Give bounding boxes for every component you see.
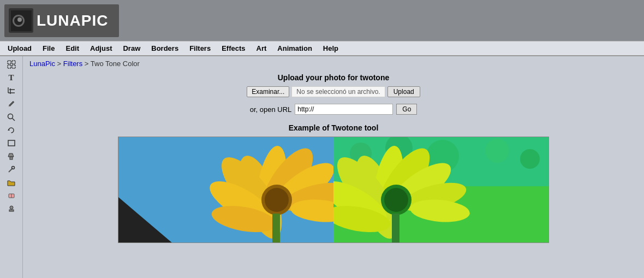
- eraser-tool[interactable]: [4, 190, 19, 202]
- stamp-tool[interactable]: [4, 203, 19, 215]
- selection-tool[interactable]: [4, 58, 19, 70]
- nav-art[interactable]: Art: [251, 42, 272, 55]
- nav-file[interactable]: File: [37, 42, 60, 55]
- svg-point-3: [17, 17, 22, 22]
- breadcrumb-sep2: >: [82, 60, 91, 68]
- svg-rect-6: [8, 65, 11, 68]
- svg-point-37: [265, 188, 289, 212]
- upload-title: Upload your photo for twotone: [29, 73, 637, 82]
- main-content: LunaPic > Filters > Two Tone Color Uploa…: [23, 56, 644, 278]
- pencil-tool[interactable]: [4, 98, 19, 110]
- svg-point-45: [520, 149, 540, 169]
- example-image-right: [333, 137, 548, 243]
- eyedropper-tool[interactable]: [4, 163, 19, 175]
- main-container: T: [0, 56, 644, 278]
- svg-rect-5: [12, 61, 15, 64]
- svg-marker-16: [8, 153, 14, 157]
- nav-adjust[interactable]: Adjust: [85, 42, 117, 55]
- svg-rect-15: [8, 140, 15, 146]
- svg-rect-7: [12, 65, 15, 68]
- svg-rect-38: [272, 214, 280, 243]
- svg-point-12: [8, 114, 13, 119]
- svg-point-56: [384, 188, 408, 212]
- nav-effects[interactable]: Effects: [216, 42, 251, 55]
- breadcrumb-home[interactable]: LunaPic: [29, 60, 55, 68]
- example-image-left: [118, 137, 333, 243]
- nav-draw[interactable]: Draw: [117, 42, 146, 55]
- svg-rect-23: [9, 210, 14, 211]
- paint-bucket-tool[interactable]: [4, 150, 19, 162]
- url-label: or, open URL: [250, 105, 292, 114]
- svg-point-22: [10, 206, 13, 209]
- svg-rect-4: [8, 61, 11, 64]
- browse-button[interactable]: Examinar...: [247, 86, 289, 97]
- breadcrumb-sep1: >: [55, 60, 63, 68]
- url-input[interactable]: [295, 104, 393, 115]
- open-folder-tool[interactable]: [4, 176, 19, 188]
- breadcrumb: LunaPic > Filters > Two Tone Color: [29, 60, 637, 68]
- upload-section: Upload your photo for twotone Examinar..…: [29, 73, 637, 115]
- nav-upload[interactable]: Upload: [2, 42, 37, 55]
- left-toolbar: T: [0, 56, 23, 278]
- svg-rect-57: [392, 214, 399, 243]
- nav-borders[interactable]: Borders: [146, 42, 184, 55]
- rotate-tool[interactable]: [4, 124, 19, 136]
- crop-tool[interactable]: [4, 85, 19, 97]
- rectangle-tool[interactable]: [4, 137, 19, 149]
- example-title: Example of Twotone tool: [29, 123, 637, 132]
- example-image-container: [29, 137, 637, 243]
- svg-marker-14: [8, 129, 10, 131]
- logo[interactable]: LUNAPIC: [4, 4, 119, 37]
- svg-rect-17: [10, 157, 13, 159]
- nav-filters[interactable]: Filters: [184, 42, 216, 55]
- logo-icon: [9, 8, 33, 33]
- nav-edit[interactable]: Edit: [60, 42, 85, 55]
- upload-button[interactable]: Upload: [387, 86, 420, 97]
- text-tool[interactable]: T: [4, 72, 19, 84]
- example-image: [118, 137, 549, 243]
- svg-point-19: [11, 167, 14, 169]
- navigation-bar: Upload File Edit Adjust Draw Borders Fil…: [0, 41, 644, 56]
- breadcrumb-current: Two Tone Color: [91, 60, 140, 68]
- zoom-tool[interactable]: [4, 111, 19, 123]
- nav-animation[interactable]: Animation: [272, 42, 318, 55]
- file-name-label: No se seleccionó un archivo.: [291, 86, 385, 97]
- url-row: or, open URL Go: [29, 104, 637, 115]
- svg-point-44: [485, 139, 509, 163]
- upload-row: Examinar... No se seleccionó un archivo.…: [29, 86, 637, 97]
- breadcrumb-filters[interactable]: Filters: [63, 60, 82, 68]
- go-button[interactable]: Go: [396, 104, 417, 115]
- svg-line-13: [13, 118, 15, 121]
- app-header: LUNAPIC: [0, 0, 644, 41]
- nav-help[interactable]: Help: [318, 42, 344, 55]
- logo-text: LUNAPIC: [37, 12, 108, 29]
